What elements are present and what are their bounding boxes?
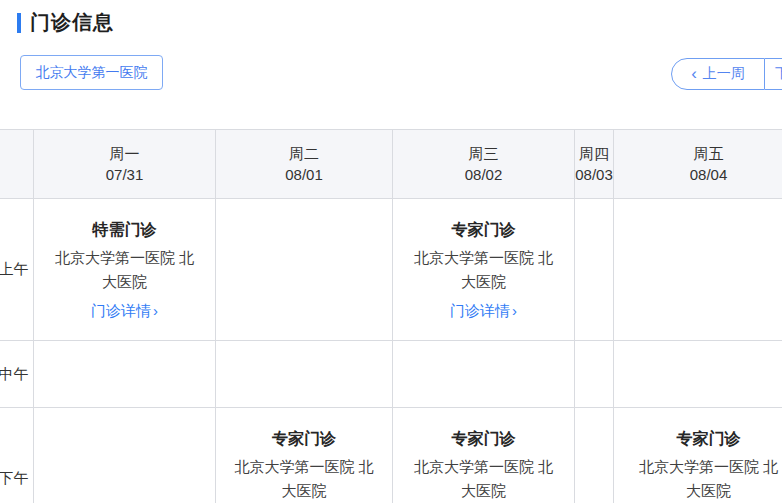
clinic-details-link[interactable]: 门诊详情› bbox=[450, 302, 517, 321]
schedule-cell bbox=[216, 199, 393, 341]
prev-week-button[interactable]: ‹ 上一周 bbox=[671, 58, 765, 90]
clinic-hospital: 北京大学第一医院 北大医院 bbox=[409, 455, 559, 503]
chevron-left-icon: ‹ bbox=[691, 65, 697, 82]
prev-week-label: 上一周 bbox=[703, 65, 745, 83]
schedule-table-container: 周一 07/31 周二 08/01 周三 08/02 周四 08/03 周五 bbox=[0, 129, 782, 503]
day-header-wed: 周三 08/02 bbox=[393, 130, 575, 199]
day-header-row: 周一 07/31 周二 08/01 周三 08/02 周四 08/03 周五 bbox=[0, 130, 782, 199]
schedule-row-afternoon: 下午 专家门诊 北京大学第一医院 北大医院 专家门诊 北京大学第一医院 北大医院 bbox=[0, 408, 782, 503]
clinic-hospital: 北京大学第一医院 北大医院 bbox=[229, 455, 379, 503]
schedule-cell: 专家门诊 北京大学第一医院 北大医院 bbox=[216, 408, 393, 503]
schedule-cell bbox=[393, 341, 575, 408]
schedule-row-morning: 上午 特需门诊 北京大学第一医院 北大医院 门诊详情› 专家门诊 北京大学第一医… bbox=[0, 199, 782, 341]
day-header-mon: 周一 07/31 bbox=[34, 130, 216, 199]
schedule-cell: 专家门诊 北京大学第一医院 北大医院 门诊详情› bbox=[393, 199, 575, 341]
clinic-type: 专家门诊 bbox=[393, 219, 574, 241]
time-row-label: 下午 bbox=[0, 408, 34, 503]
schedule-row-noon: 中午 bbox=[0, 341, 782, 408]
day-date: 08/01 bbox=[216, 164, 392, 185]
day-header-thu: 周四 08/03 bbox=[575, 130, 614, 199]
day-header-fri: 周五 08/04 bbox=[614, 130, 782, 199]
schedule-cell: 专家门诊 北京大学第一医院 北大医院 bbox=[614, 408, 782, 503]
day-label: 周三 bbox=[393, 143, 574, 164]
clinic-details-label: 门诊详情 bbox=[91, 302, 151, 319]
clinic-hospital: 北京大学第一医院 北大医院 bbox=[634, 455, 782, 503]
clinic-type: 专家门诊 bbox=[614, 428, 782, 450]
time-row-label: 上午 bbox=[0, 199, 34, 341]
schedule-cell bbox=[614, 199, 782, 341]
chevron-right-icon: › bbox=[153, 302, 158, 319]
day-date: 08/04 bbox=[614, 164, 782, 185]
day-date: 08/03 bbox=[575, 164, 613, 185]
clinic-type: 专家门诊 bbox=[393, 428, 574, 450]
day-header-tue: 周二 08/01 bbox=[216, 130, 393, 199]
clinic-hospital: 北京大学第一医院 北大医院 bbox=[409, 246, 559, 294]
schedule-table: 周一 07/31 周二 08/01 周三 08/02 周四 08/03 周五 bbox=[0, 129, 782, 503]
next-week-button[interactable]: 下一周 bbox=[765, 58, 782, 90]
schedule-cell bbox=[575, 408, 614, 503]
day-label: 周二 bbox=[216, 143, 392, 164]
schedule-cell bbox=[614, 341, 782, 408]
clinic-hospital: 北京大学第一医院 北大医院 bbox=[50, 246, 200, 294]
next-week-label: 下一周 bbox=[775, 65, 782, 83]
day-label: 周四 bbox=[575, 143, 613, 164]
schedule-cell bbox=[575, 199, 614, 341]
day-label: 周一 bbox=[34, 143, 215, 164]
schedule-cell bbox=[575, 341, 614, 408]
schedule-cell: 专家门诊 北京大学第一医院 北大医院 bbox=[393, 408, 575, 503]
time-row-label: 中午 bbox=[0, 341, 34, 408]
day-date: 07/31 bbox=[34, 164, 215, 185]
week-nav: ‹ 上一周 下一周 bbox=[671, 58, 782, 90]
schedule-cell: 特需门诊 北京大学第一医院 北大医院 门诊详情› bbox=[34, 199, 216, 341]
page-title: 门诊信息 bbox=[30, 9, 114, 36]
schedule-cell bbox=[216, 341, 393, 408]
title-accent-bar bbox=[17, 13, 21, 33]
schedule-cell bbox=[34, 341, 216, 408]
clinic-details-link[interactable]: 门诊详情› bbox=[91, 302, 158, 321]
corner-cell bbox=[0, 130, 34, 199]
chevron-right-icon: › bbox=[512, 302, 517, 319]
clinic-details-label: 门诊详情 bbox=[450, 302, 510, 319]
clinic-type: 专家门诊 bbox=[216, 428, 392, 450]
page-header: 门诊信息 bbox=[17, 9, 114, 36]
hospital-filter-button[interactable]: 北京大学第一医院 bbox=[20, 55, 163, 90]
schedule-cell bbox=[34, 408, 216, 503]
day-label: 周五 bbox=[614, 143, 782, 164]
clinic-type: 特需门诊 bbox=[34, 219, 215, 241]
day-date: 08/02 bbox=[393, 164, 574, 185]
